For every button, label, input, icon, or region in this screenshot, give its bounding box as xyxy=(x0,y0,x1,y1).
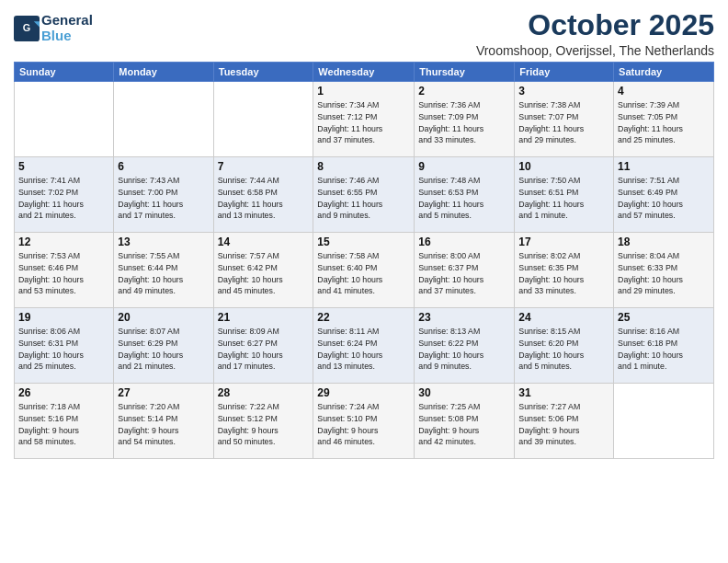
day-info: Sunrise: 8:11 AM Sunset: 6:24 PM Dayligh… xyxy=(317,326,410,373)
day-info: Sunrise: 7:46 AM Sunset: 6:55 PM Dayligh… xyxy=(317,175,410,222)
cell-w4-d0: 19Sunrise: 8:06 AM Sunset: 6:31 PM Dayli… xyxy=(15,308,114,384)
cell-w3-d1: 13Sunrise: 7:55 AM Sunset: 6:44 PM Dayli… xyxy=(114,233,213,308)
week-row-2: 5Sunrise: 7:41 AM Sunset: 7:02 PM Daylig… xyxy=(15,157,714,233)
week-row-4: 19Sunrise: 8:06 AM Sunset: 6:31 PM Dayli… xyxy=(15,308,714,384)
header-monday: Monday xyxy=(114,63,213,82)
calendar-body: 1Sunrise: 7:34 AM Sunset: 7:12 PM Daylig… xyxy=(15,82,714,459)
day-info: Sunrise: 8:07 AM Sunset: 6:29 PM Dayligh… xyxy=(118,326,209,373)
day-number: 22 xyxy=(317,311,410,324)
day-number: 12 xyxy=(18,236,109,248)
day-number: 5 xyxy=(18,160,109,173)
cell-w2-d1: 6Sunrise: 7:43 AM Sunset: 7:00 PM Daylig… xyxy=(114,157,213,233)
day-info: Sunrise: 7:58 AM Sunset: 6:40 PM Dayligh… xyxy=(317,250,410,297)
cell-w2-d2: 7Sunrise: 7:44 AM Sunset: 6:58 PM Daylig… xyxy=(213,157,313,233)
day-number: 17 xyxy=(518,236,609,248)
cell-w4-d2: 21Sunrise: 8:09 AM Sunset: 6:27 PM Dayli… xyxy=(213,308,313,384)
cell-w5-d3: 29Sunrise: 7:24 AM Sunset: 5:10 PM Dayli… xyxy=(313,384,415,459)
day-number: 21 xyxy=(218,311,310,324)
day-number: 26 xyxy=(18,386,109,399)
cell-w5-d2: 28Sunrise: 7:22 AM Sunset: 5:12 PM Dayli… xyxy=(213,384,313,459)
logo-text: General Blue xyxy=(41,13,93,43)
cell-w2-d0: 5Sunrise: 7:41 AM Sunset: 7:02 PM Daylig… xyxy=(15,157,114,233)
cell-w5-d1: 27Sunrise: 7:20 AM Sunset: 5:14 PM Dayli… xyxy=(114,384,213,459)
day-info: Sunrise: 7:50 AM Sunset: 6:51 PM Dayligh… xyxy=(518,175,609,222)
day-info: Sunrise: 8:15 AM Sunset: 6:20 PM Dayligh… xyxy=(518,326,609,373)
header-saturday: Saturday xyxy=(614,63,714,82)
day-info: Sunrise: 8:04 AM Sunset: 6:33 PM Dayligh… xyxy=(618,250,710,297)
cell-w1-d0 xyxy=(15,82,114,157)
week-row-3: 12Sunrise: 7:53 AM Sunset: 6:46 PM Dayli… xyxy=(15,233,714,308)
week-row-5: 26Sunrise: 7:18 AM Sunset: 5:16 PM Dayli… xyxy=(15,384,714,459)
day-number: 3 xyxy=(518,85,609,98)
logo: G General Blue xyxy=(14,13,93,43)
day-number: 15 xyxy=(317,236,410,248)
cell-w1-d2 xyxy=(213,82,313,157)
day-number: 6 xyxy=(118,160,209,173)
header-thursday: Thursday xyxy=(415,63,515,82)
day-number: 14 xyxy=(218,236,310,248)
day-info: Sunrise: 8:02 AM Sunset: 6:35 PM Dayligh… xyxy=(518,250,609,297)
cell-w1-d3: 1Sunrise: 7:34 AM Sunset: 7:12 PM Daylig… xyxy=(313,82,415,157)
day-info: Sunrise: 8:00 AM Sunset: 6:37 PM Dayligh… xyxy=(418,250,510,297)
day-number: 2 xyxy=(418,85,510,98)
day-number: 9 xyxy=(418,160,510,173)
cell-w4-d1: 20Sunrise: 8:07 AM Sunset: 6:29 PM Dayli… xyxy=(114,308,213,384)
cell-w3-d6: 18Sunrise: 8:04 AM Sunset: 6:33 PM Dayli… xyxy=(614,233,714,308)
day-number: 30 xyxy=(418,386,510,399)
cell-w2-d4: 9Sunrise: 7:48 AM Sunset: 6:53 PM Daylig… xyxy=(415,157,515,233)
day-info: Sunrise: 7:48 AM Sunset: 6:53 PM Dayligh… xyxy=(418,175,510,222)
header-sunday: Sunday xyxy=(15,63,114,82)
day-info: Sunrise: 7:51 AM Sunset: 6:49 PM Dayligh… xyxy=(618,175,710,222)
cell-w4-d6: 25Sunrise: 8:16 AM Sunset: 6:18 PM Dayli… xyxy=(614,308,714,384)
cell-w2-d3: 8Sunrise: 7:46 AM Sunset: 6:55 PM Daylig… xyxy=(313,157,415,233)
day-number: 16 xyxy=(418,236,510,248)
day-info: Sunrise: 7:18 AM Sunset: 5:16 PM Dayligh… xyxy=(18,401,109,448)
cell-w1-d4: 2Sunrise: 7:36 AM Sunset: 7:09 PM Daylig… xyxy=(415,82,515,157)
cell-w5-d6 xyxy=(614,384,714,459)
month-title: October 2025 xyxy=(476,9,714,41)
day-info: Sunrise: 7:20 AM Sunset: 5:14 PM Dayligh… xyxy=(118,401,209,448)
page-container: G General Blue October 2025 Vroomshoop, … xyxy=(0,0,728,464)
cell-w4-d4: 23Sunrise: 8:13 AM Sunset: 6:22 PM Dayli… xyxy=(415,308,515,384)
day-number: 10 xyxy=(518,160,609,173)
cell-w3-d4: 16Sunrise: 8:00 AM Sunset: 6:37 PM Dayli… xyxy=(415,233,515,308)
day-info: Sunrise: 8:09 AM Sunset: 6:27 PM Dayligh… xyxy=(218,326,310,373)
calendar-table: Sunday Monday Tuesday Wednesday Thursday… xyxy=(14,62,714,459)
cell-w4-d5: 24Sunrise: 8:15 AM Sunset: 6:20 PM Dayli… xyxy=(515,308,614,384)
day-info: Sunrise: 7:43 AM Sunset: 7:00 PM Dayligh… xyxy=(118,175,209,222)
cell-w2-d6: 11Sunrise: 7:51 AM Sunset: 6:49 PM Dayli… xyxy=(614,157,714,233)
day-info: Sunrise: 8:06 AM Sunset: 6:31 PM Dayligh… xyxy=(18,326,109,373)
cell-w3-d3: 15Sunrise: 7:58 AM Sunset: 6:40 PM Dayli… xyxy=(313,233,415,308)
day-number: 23 xyxy=(418,311,510,324)
title-block: October 2025 Vroomshoop, Overijssel, The… xyxy=(476,9,714,58)
cell-w2-d5: 10Sunrise: 7:50 AM Sunset: 6:51 PM Dayli… xyxy=(515,157,614,233)
day-number: 19 xyxy=(18,311,109,324)
day-info: Sunrise: 8:16 AM Sunset: 6:18 PM Dayligh… xyxy=(618,326,710,373)
day-number: 13 xyxy=(118,236,209,248)
cell-w5-d5: 31Sunrise: 7:27 AM Sunset: 5:06 PM Dayli… xyxy=(515,384,614,459)
day-info: Sunrise: 7:27 AM Sunset: 5:06 PM Dayligh… xyxy=(518,401,609,448)
cell-w3-d5: 17Sunrise: 8:02 AM Sunset: 6:35 PM Dayli… xyxy=(515,233,614,308)
day-number: 4 xyxy=(618,85,710,98)
day-info: Sunrise: 7:36 AM Sunset: 7:09 PM Dayligh… xyxy=(418,99,510,146)
day-info: Sunrise: 7:38 AM Sunset: 7:07 PM Dayligh… xyxy=(518,99,609,146)
header: G General Blue October 2025 Vroomshoop, … xyxy=(14,9,714,58)
day-number: 27 xyxy=(118,386,209,399)
day-info: Sunrise: 7:53 AM Sunset: 6:46 PM Dayligh… xyxy=(18,250,109,297)
cell-w3-d0: 12Sunrise: 7:53 AM Sunset: 6:46 PM Dayli… xyxy=(15,233,114,308)
day-number: 28 xyxy=(218,386,310,399)
location-title: Vroomshoop, Overijssel, The Netherlands xyxy=(476,43,714,58)
day-info: Sunrise: 7:22 AM Sunset: 5:12 PM Dayligh… xyxy=(218,401,310,448)
day-number: 31 xyxy=(518,386,609,399)
logo-icon: G xyxy=(14,16,40,41)
day-number: 1 xyxy=(317,85,410,98)
day-number: 20 xyxy=(118,311,209,324)
header-tuesday: Tuesday xyxy=(213,63,313,82)
cell-w5-d0: 26Sunrise: 7:18 AM Sunset: 5:16 PM Dayli… xyxy=(15,384,114,459)
day-number: 11 xyxy=(618,160,710,173)
cell-w3-d2: 14Sunrise: 7:57 AM Sunset: 6:42 PM Dayli… xyxy=(213,233,313,308)
day-info: Sunrise: 7:57 AM Sunset: 6:42 PM Dayligh… xyxy=(218,250,310,297)
day-info: Sunrise: 7:25 AM Sunset: 5:08 PM Dayligh… xyxy=(418,401,510,448)
weekday-header-row: Sunday Monday Tuesday Wednesday Thursday… xyxy=(15,63,714,82)
cell-w4-d3: 22Sunrise: 8:11 AM Sunset: 6:24 PM Dayli… xyxy=(313,308,415,384)
